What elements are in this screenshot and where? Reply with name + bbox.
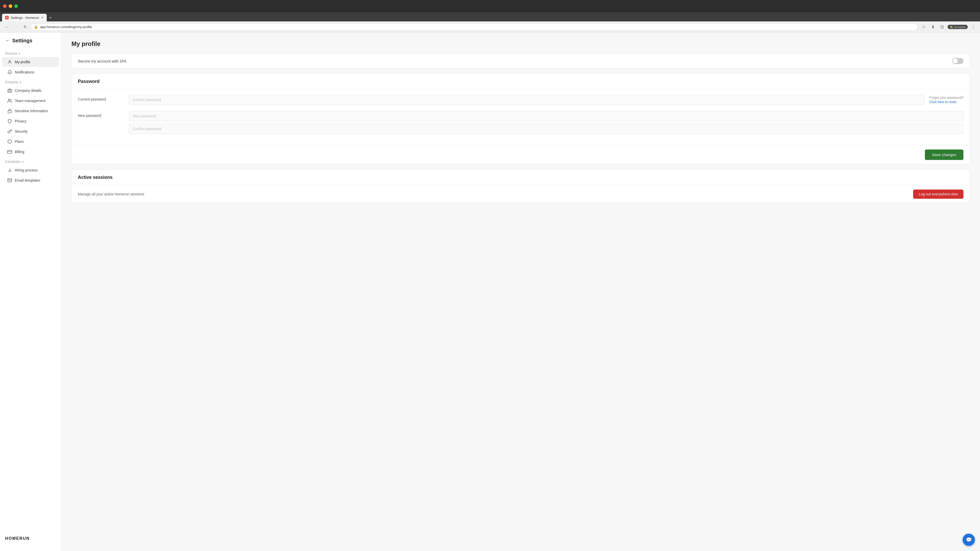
current-password-row: Current password Forgot your password? C… xyxy=(78,95,963,107)
password-card-header: Password xyxy=(72,74,969,89)
new-tab-button[interactable]: + xyxy=(47,14,54,21)
page-title: My profile xyxy=(72,40,970,48)
company-section-label[interactable]: Company ▼ xyxy=(0,77,61,86)
incognito-badge: 🕵 Incognito xyxy=(948,25,968,29)
window-maximize-button[interactable] xyxy=(14,4,18,8)
sidebar-item-label-notifications: Notifications xyxy=(15,70,34,74)
sidebar-item-company-details[interactable]: Company details xyxy=(2,86,59,95)
forgot-password-section: Forgot your password? Click here to rese… xyxy=(929,95,963,104)
sidebar-item-billing[interactable]: Billing xyxy=(2,147,59,157)
chat-bubble-button[interactable]: 💬 xyxy=(963,534,975,546)
click-here-to-reset-link[interactable]: Click here to reset xyxy=(929,100,956,104)
sidebar-item-label-privacy: Privacy xyxy=(15,119,27,123)
download-button[interactable]: ⬇ xyxy=(929,24,936,30)
svg-rect-3 xyxy=(8,111,11,113)
browser-actions: ☆ ⬇ ⊡ 🕵 Incognito ⋮ xyxy=(920,24,977,30)
bell-icon xyxy=(7,70,12,75)
svg-rect-1 xyxy=(8,89,12,92)
sidebar-item-label-sensitive-information: Sensitive information xyxy=(15,109,48,113)
svg-point-0 xyxy=(9,60,11,62)
tab-favicon: H xyxy=(5,16,9,19)
tab-bar: H Settings · Homerun ✕ + xyxy=(0,12,980,21)
svg-rect-4 xyxy=(8,150,12,153)
sidebar-item-label-plans: Plans xyxy=(15,140,24,144)
sidebar-item-privacy[interactable]: Privacy xyxy=(2,116,59,126)
current-password-input[interactable] xyxy=(129,95,924,105)
person-icon xyxy=(7,59,12,65)
new-password-input[interactable] xyxy=(129,111,963,121)
sidebar-item-security[interactable]: Security xyxy=(2,127,59,136)
sidebar-item-hiring-process[interactable]: Hiring process xyxy=(2,165,59,175)
settings-title: Settings xyxy=(12,38,32,44)
save-btn-row: Save changes xyxy=(72,145,969,164)
sidebar-header: ← Settings xyxy=(0,38,61,49)
app-layout: ← Settings Personal ▼ My profile Notific… xyxy=(0,33,980,551)
save-changes-button[interactable]: Save changes xyxy=(925,149,963,160)
settings-back-button[interactable]: ← xyxy=(5,38,10,43)
personal-section-label[interactable]: Personal ▼ xyxy=(0,49,61,57)
confirm-password-input[interactable] xyxy=(129,124,963,134)
back-button[interactable]: ← xyxy=(3,24,10,30)
password-form: Current password Forgot your password? C… xyxy=(72,89,969,145)
window-close-button[interactable] xyxy=(3,4,6,8)
url-display: app.homerun.co/settings/my-profile xyxy=(40,25,915,29)
new-password-input-col xyxy=(129,111,963,137)
main-content: My profile Secure my account with 2FA Pa… xyxy=(61,33,980,551)
twofa-card: Secure my account with 2FA xyxy=(72,54,970,68)
more-button[interactable]: ⋮ xyxy=(970,24,977,30)
twofa-toggle[interactable] xyxy=(952,58,963,64)
current-password-label: Current password xyxy=(78,95,124,101)
box-icon xyxy=(7,139,12,144)
sidebar-item-label-email-templates: Email templates xyxy=(15,178,40,183)
tab-close-button[interactable]: ✕ xyxy=(41,16,44,19)
password-section-title: Password xyxy=(78,79,100,84)
sidebar-item-plans[interactable]: Plans xyxy=(2,137,59,146)
homerun-logo: HOMERUN xyxy=(0,531,61,546)
mail-icon xyxy=(7,178,12,183)
bookmark-button[interactable]: ☆ xyxy=(920,24,927,30)
svg-point-2 xyxy=(8,99,10,100)
sidebar-item-notifications[interactable]: Notifications xyxy=(2,67,59,77)
people-icon xyxy=(7,98,12,103)
sidebar-item-label-team-management: Team management xyxy=(15,99,45,103)
browser-window-controls xyxy=(0,0,980,12)
building-icon xyxy=(7,88,12,93)
forgot-password-label: Forgot your password? xyxy=(929,96,963,100)
sidebar-item-team-management[interactable]: Team management xyxy=(2,96,59,106)
sidebar-item-label-security: Security xyxy=(15,129,28,133)
shield-icon xyxy=(7,119,12,124)
browser-toolbar: ← → ↻ 🔒 app.homerun.co/settings/my-profi… xyxy=(0,21,980,33)
candidates-section-label[interactable]: Candidates ▼ xyxy=(0,157,61,165)
lock-icon: 🔒 xyxy=(34,25,38,29)
sidebar-item-email-templates[interactable]: Email templates xyxy=(2,176,59,185)
sidebar-item-my-profile[interactable]: My profile xyxy=(2,57,59,67)
sidebar-item-label-company-details: Company details xyxy=(15,89,41,93)
company-chevron-icon: ▼ xyxy=(19,81,22,84)
password-card: Password Current password Forgot your pa… xyxy=(72,73,970,164)
reload-button[interactable]: ↻ xyxy=(21,24,29,30)
sidebar-item-label-billing: Billing xyxy=(15,150,24,154)
twofa-label: Secure my account with 2FA xyxy=(78,59,126,63)
sidebar-item-label-my-profile: My profile xyxy=(15,60,30,64)
active-sessions-card-header: Active sessions xyxy=(72,170,969,186)
current-password-input-col xyxy=(129,95,924,107)
tab-title: Settings · Homerun xyxy=(11,16,39,20)
card-icon xyxy=(7,149,12,154)
sidebar-item-sensitive-information[interactable]: Sensitive information xyxy=(2,106,59,116)
sidebar: ← Settings Personal ▼ My profile Notific… xyxy=(0,33,61,551)
address-bar[interactable]: 🔒 app.homerun.co/settings/my-profile xyxy=(30,23,918,31)
candidates-chevron-icon: ▼ xyxy=(22,160,24,163)
active-tab[interactable]: H Settings · Homerun ✕ xyxy=(2,14,47,21)
chart-icon xyxy=(7,168,12,173)
active-sessions-title: Active sessions xyxy=(78,175,113,180)
new-password-row: New password xyxy=(78,111,963,137)
key-icon xyxy=(7,129,12,134)
active-sessions-description: Manage all your active Homerun sessions xyxy=(78,192,144,196)
window-minimize-button[interactable] xyxy=(9,4,12,8)
sidebar-item-label-hiring-process: Hiring process xyxy=(15,168,38,172)
extensions-button[interactable]: ⊡ xyxy=(939,24,945,30)
twofa-row: Secure my account with 2FA xyxy=(72,54,969,68)
logout-everywhere-button[interactable]: Log out everywhere else xyxy=(913,189,963,199)
lock-icon xyxy=(7,108,12,114)
forward-button[interactable]: → xyxy=(12,24,19,30)
